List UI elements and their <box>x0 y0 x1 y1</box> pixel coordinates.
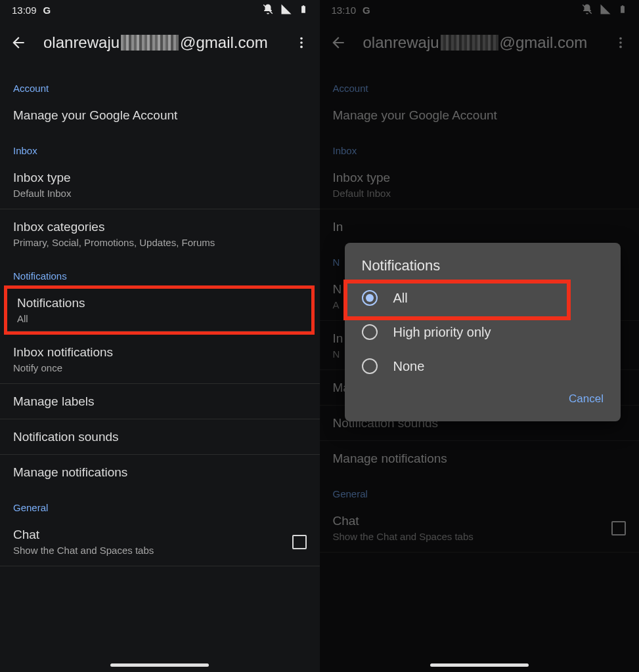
notifications-value: All <box>17 313 301 324</box>
inbox-categories-value: Primary, Social, Promotions, Updates, Fo… <box>13 237 307 248</box>
manage-labels-label: Manage labels <box>13 394 307 409</box>
chat-label: Chat <box>13 528 154 542</box>
account-email-title: olanrewaju @gmail.com <box>43 33 276 52</box>
cancel-button[interactable]: Cancel <box>566 387 606 411</box>
inbox-notifications-value: Notify once <box>13 362 307 373</box>
chat-sublabel: Show the Chat and Spaces tabs <box>13 545 154 556</box>
radio-option-high-priority[interactable]: High priority only <box>345 315 621 349</box>
battery-icon <box>299 3 308 17</box>
radio-option-none[interactable]: None <box>345 349 621 383</box>
radio-option-all[interactable]: All <box>345 281 621 315</box>
radio-label: High priority only <box>393 325 491 340</box>
notification-sounds-item[interactable]: Notification sounds <box>0 419 320 455</box>
inbox-categories-label: Inbox categories <box>13 220 307 234</box>
section-account-header: Account <box>0 71 320 98</box>
notifications-label: Notifications <box>17 296 301 310</box>
settings-list[interactable]: Account Manage your Google Account Inbox… <box>0 66 320 566</box>
inbox-notifications-item[interactable]: Inbox notifications Notify once <box>0 335 320 384</box>
status-time: 13:09 <box>12 5 37 16</box>
nav-pill[interactable] <box>430 663 529 667</box>
phone-right: 13:10 G olanrewaju @gmail.com <box>320 0 640 672</box>
radio-icon[interactable] <box>362 358 378 374</box>
inbox-type-label: Inbox type <box>13 171 307 185</box>
manage-labels-item[interactable]: Manage labels <box>0 384 320 419</box>
svg-text:x: x <box>287 3 290 8</box>
notifications-item-highlighted[interactable]: Notifications All <box>4 285 315 335</box>
section-inbox-header: Inbox <box>0 133 320 160</box>
chat-toggle-item[interactable]: Chat Show the Chat and Spaces tabs <box>0 517 320 566</box>
signal-icon: x <box>280 3 292 17</box>
svg-point-3 <box>300 46 303 49</box>
manage-notifications-item[interactable]: Manage notifications <box>0 455 320 490</box>
notification-sounds-label: Notification sounds <box>13 430 307 444</box>
email-domain: @gmail.com <box>180 33 268 52</box>
radio-icon[interactable] <box>362 324 378 340</box>
svg-point-2 <box>300 41 303 44</box>
radio-label: All <box>393 291 408 306</box>
phone-left: 13:09 G x olanrewaju @gmail.com <box>0 0 320 672</box>
manage-account-label: Manage your Google Account <box>13 108 307 123</box>
nav-pill[interactable] <box>110 663 209 667</box>
dialog-title: Notifications <box>345 257 621 281</box>
radio-icon-selected[interactable] <box>362 290 378 306</box>
svg-point-1 <box>300 37 303 40</box>
radio-label: None <box>393 359 425 374</box>
section-notifications-header: Notifications <box>0 259 320 285</box>
manage-notifications-label: Manage notifications <box>13 465 307 480</box>
dnd-off-icon <box>262 3 274 17</box>
inbox-categories-item[interactable]: Inbox categories Primary, Social, Promot… <box>0 209 320 259</box>
email-prefix: olanrewaju <box>43 33 120 52</box>
chat-checkbox[interactable] <box>292 535 307 549</box>
notifications-dialog: Notifications All High priority only Non… <box>345 243 621 421</box>
manage-google-account-item[interactable]: Manage your Google Account <box>0 98 320 133</box>
inbox-type-item[interactable]: Inbox type Default Inbox <box>0 160 320 209</box>
redacted-segment <box>121 35 179 51</box>
section-general-header: General <box>0 490 320 517</box>
inbox-type-value: Default Inbox <box>13 188 307 199</box>
inbox-notifications-label: Inbox notifications <box>13 345 307 360</box>
status-bar: 13:09 G x <box>0 0 320 20</box>
back-icon[interactable] <box>9 33 28 52</box>
overflow-menu-icon[interactable] <box>292 33 311 52</box>
app-bar: olanrewaju @gmail.com <box>0 20 320 66</box>
google-badge: G <box>43 5 51 16</box>
